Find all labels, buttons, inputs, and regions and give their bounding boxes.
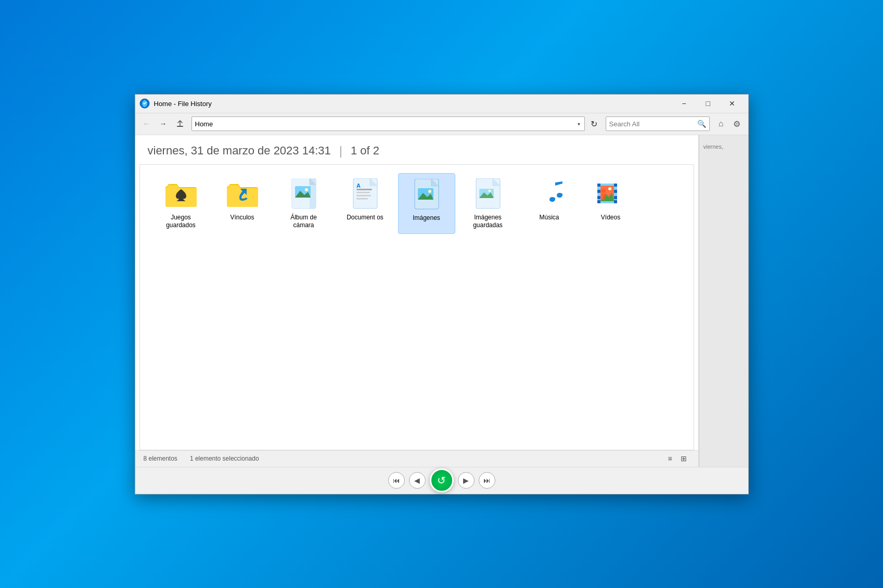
svg-rect-24 [614, 184, 617, 187]
navigation-bar: ⏮ ◀ ↺ ▶ ⏭ [135, 467, 748, 494]
file-item-vinculos[interactable]: Vínculos [214, 173, 271, 234]
minimize-button[interactable]: − [672, 94, 696, 113]
file-item-imagenes[interactable]: Imágenes [398, 173, 455, 234]
svg-point-7 [305, 188, 308, 191]
next-button[interactable]: ▶ [458, 472, 475, 489]
music-icon-musica [533, 177, 566, 211]
svg-point-17 [428, 190, 431, 193]
search-button[interactable]: 🔍 [697, 120, 706, 128]
preview-panel: viernes, [699, 135, 748, 467]
svg-rect-11 [356, 195, 371, 197]
first-button[interactable]: ⏮ [388, 472, 405, 489]
file-label-documentos: Document os [347, 214, 383, 222]
search-bar[interactable]: 🔍 [606, 116, 710, 131]
doc-icon-imagenes-guardadas [471, 177, 505, 211]
toolbar: ← → ▾ ↻ 🔍 ⌂ ⚙ [135, 113, 748, 135]
restore-button[interactable]: ↺ [430, 468, 454, 492]
svg-rect-12 [356, 198, 368, 200]
date-text: viernes, 31 de marzo de 2023 14:31 [148, 144, 331, 158]
file-item-imagenes-guardadas[interactable]: Imágenes guardadas [459, 173, 517, 234]
file-label-musica: Música [539, 214, 559, 222]
window-title: Home - File History [154, 100, 672, 108]
file-item-videos[interactable]: Vídeos [582, 173, 639, 234]
address-bar[interactable]: ▾ [191, 116, 585, 131]
file-grid: Juegos guardados [148, 169, 685, 238]
up-icon [176, 120, 184, 128]
home-button[interactable]: ⌂ [714, 116, 728, 131]
main-content: viernes, 31 de marzo de 2023 14:31 | 1 o… [135, 135, 748, 467]
svg-rect-30 [614, 196, 617, 199]
forward-button[interactable]: → [156, 116, 171, 131]
status-bar: 8 elementos 1 elemento seleccionado ≡ ⊞ [135, 450, 698, 467]
folder-icon-vinculos [226, 177, 259, 211]
prev-button[interactable]: ◀ [409, 472, 426, 489]
last-button[interactable]: ⏭ [479, 472, 495, 489]
maximize-button[interactable]: □ [696, 94, 720, 113]
doc-icon-imagenes [410, 178, 443, 211]
list-view-button[interactable]: ≡ [664, 452, 676, 465]
svg-rect-9 [356, 189, 372, 190]
svg-point-33 [608, 187, 611, 190]
file-item-musica[interactable]: Música [521, 173, 578, 234]
preview-date: viernes, [699, 135, 748, 156]
close-button[interactable]: ✕ [720, 94, 744, 113]
title-bar: Home - File History − □ ✕ [135, 95, 748, 113]
svg-rect-25 [597, 200, 600, 203]
doc-icon-album [287, 177, 321, 211]
selected-count: 1 elemento seleccionado [190, 455, 259, 462]
settings-button[interactable]: ⚙ [730, 116, 744, 131]
address-input[interactable] [195, 120, 577, 128]
file-label-vinculos: Vínculos [230, 214, 254, 222]
svg-text:A: A [356, 182, 361, 189]
file-label-videos: Vídeos [601, 214, 620, 222]
svg-rect-28 [614, 190, 617, 193]
items-count: 8 elementos [144, 455, 177, 462]
svg-rect-26 [614, 200, 617, 203]
doc-icon-documentos: A [349, 177, 382, 211]
date-separator: | [339, 143, 342, 158]
view-buttons: ≡ ⊞ [664, 452, 690, 465]
file-label-imagenes: Imágenes [413, 214, 440, 223]
svg-rect-27 [597, 190, 600, 193]
folder-icon-juegos [164, 177, 198, 211]
search-input[interactable] [609, 120, 697, 128]
address-dropdown-icon[interactable]: ▾ [577, 120, 581, 128]
grid-view-button[interactable]: ⊞ [677, 452, 690, 465]
svg-point-34 [602, 189, 606, 193]
file-label-imagenes-guardadas: Imágenes guardadas [464, 214, 513, 230]
back-button[interactable]: ← [139, 116, 154, 131]
file-grid-container[interactable]: Juegos guardados [139, 164, 694, 450]
toolbar-actions: ⌂ ⚙ [714, 116, 744, 131]
refresh-button[interactable]: ↻ [587, 116, 602, 131]
file-item-album[interactable]: Álbum de cámara [275, 173, 332, 234]
file-label-album: Álbum de cámara [279, 214, 328, 230]
svg-rect-1 [177, 126, 183, 127]
app-icon [139, 98, 150, 109]
file-label-juegos: Juegos guardados [157, 214, 206, 230]
svg-point-21 [488, 189, 491, 192]
file-item-documentos[interactable]: A Document os [337, 173, 394, 234]
video-icon-videos [594, 177, 628, 211]
file-item-juegos[interactable]: Juegos guardados [152, 173, 210, 234]
svg-rect-29 [597, 196, 600, 199]
svg-rect-10 [356, 192, 370, 193]
file-history-window: Home - File History − □ ✕ ← → ▾ ↻ 🔍 ⌂ ⚙ [135, 94, 749, 494]
file-panel: viernes, 31 de marzo de 2023 14:31 | 1 o… [135, 135, 699, 467]
up-button[interactable] [173, 116, 187, 131]
page-counter: 1 of 2 [351, 144, 379, 158]
svg-rect-23 [597, 184, 600, 187]
date-header: viernes, 31 de marzo de 2023 14:31 | 1 o… [135, 135, 698, 164]
window-controls: − □ ✕ [672, 94, 744, 113]
